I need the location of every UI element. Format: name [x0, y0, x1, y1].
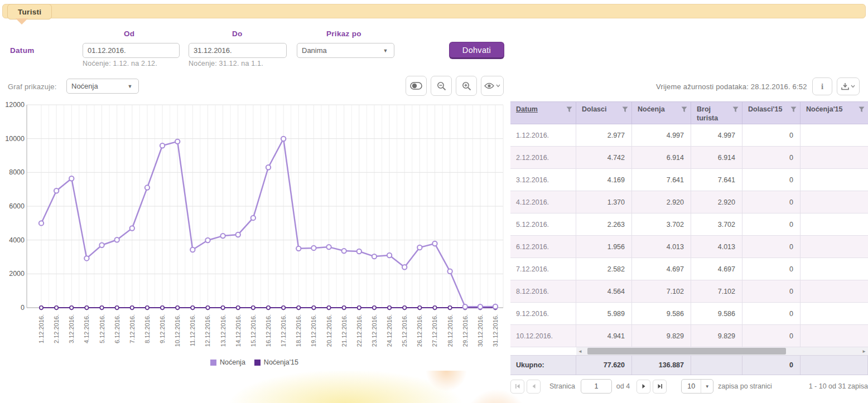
table-cell — [801, 147, 868, 168]
svg-text:12000: 12000 — [5, 101, 25, 109]
next-page-button[interactable] — [636, 380, 650, 394]
table-header-row: DatumDolasciNoćenjaBroj turistaDolasci'1… — [510, 101, 868, 124]
table-cell: 7.641 — [632, 169, 691, 191]
data-updated-label: Vrijeme ažurnosti podataka: 28.12.2016. … — [656, 82, 807, 91]
total-cell: 136.887 — [632, 356, 691, 375]
toggle-icon — [410, 82, 422, 90]
table-row[interactable]: 1.12.2016.2.9774.9974.9970 — [510, 124, 868, 147]
dropdown-arrow-icon: ▼ — [122, 79, 138, 93]
zoom-out-button[interactable] — [431, 76, 452, 96]
svg-text:22.12.2016.: 22.12.2016. — [356, 314, 363, 347]
table-row[interactable]: 5.12.2016.2.2633.7023.7020 — [510, 213, 868, 236]
filter-funnel-icon[interactable] — [566, 106, 572, 113]
table-cell: 0 — [742, 258, 801, 280]
prev-page-button[interactable] — [527, 380, 541, 394]
table-cell — [801, 325, 868, 347]
table-row[interactable]: 9.12.2016.5.9899.5869.5860 — [510, 303, 868, 325]
page-size-value: 10 — [682, 382, 701, 390]
total-cell: 0 — [742, 356, 801, 375]
date-from-field — [83, 43, 180, 58]
page-size-select[interactable]: 10 ▼ — [681, 379, 713, 394]
chart-canvas: 0200040006000800010000120001.12.2016.2.1… — [0, 100, 509, 375]
prikaz-po-select[interactable]: Danima ▼ — [297, 43, 394, 58]
table-cell: 0 — [742, 325, 801, 347]
table-cell: 2.977 — [576, 124, 632, 146]
table-cell: 9.586 — [691, 303, 742, 324]
table-row[interactable]: 3.12.2016.4.1697.6417.6410 — [510, 169, 868, 191]
svg-text:19.12.2016.: 19.12.2016. — [310, 314, 317, 347]
table-cell: 10.12.2016. — [510, 325, 576, 347]
svg-text:26.12.2016.: 26.12.2016. — [416, 314, 423, 347]
scrollbar-track[interactable] — [584, 347, 860, 355]
first-page-button[interactable] — [510, 380, 524, 394]
filter-funnel-icon[interactable] — [681, 106, 687, 113]
table-cell: 7.641 — [691, 169, 742, 191]
download-button[interactable] — [837, 77, 860, 95]
svg-text:24.12.2016.: 24.12.2016. — [386, 314, 393, 347]
column-header-1[interactable]: Datum — [510, 102, 576, 124]
dohvati-button[interactable]: Dohvati — [449, 42, 504, 59]
table-cell: 8.12.2016. — [510, 280, 576, 302]
column-header-4[interactable]: Broj turista — [691, 102, 742, 124]
svg-text:9.12.2016.: 9.12.2016. — [159, 314, 166, 343]
column-header-2[interactable]: Dolasci — [576, 102, 632, 124]
table-row[interactable]: 8.12.2016.4.5647.1027.1020 — [510, 280, 868, 303]
line-chart[interactable]: 0200040006000800010000120001.12.2016.2.1… — [0, 100, 509, 375]
prikaz-po-value: Danima — [297, 46, 377, 55]
filter-funnel-icon[interactable] — [622, 106, 628, 113]
column-header-5[interactable]: Dolasci'15 — [742, 102, 801, 124]
svg-text:27.12.2016.: 27.12.2016. — [431, 314, 438, 347]
page-number-input[interactable] — [581, 379, 612, 394]
filter-funnel-icon[interactable] — [790, 106, 797, 113]
filter-funnel-icon[interactable] — [732, 106, 739, 113]
table-cell: 7.102 — [691, 280, 742, 302]
horizontal-scrollbar[interactable]: ◄ ► — [576, 347, 868, 355]
table-cell: 4.997 — [691, 124, 742, 146]
legend-item: Noćenja — [210, 358, 245, 366]
legend-label: Noćenja'15 — [264, 358, 298, 366]
table-cell: 6.12.2016. — [510, 236, 576, 258]
svg-text:31.12.2016.: 31.12.2016. — [492, 314, 499, 347]
chart-toggle-button[interactable] — [406, 76, 427, 96]
column-header-label: Noćenja'15 — [806, 105, 843, 114]
column-header-6[interactable]: Noćenja'15 — [801, 102, 868, 124]
svg-text:11.12.2016.: 11.12.2016. — [189, 314, 196, 346]
svg-text:5.12.2016.: 5.12.2016. — [99, 314, 105, 343]
table-cell — [801, 213, 868, 235]
tab-turisti[interactable]: Turisti — [7, 4, 52, 20]
table-row[interactable]: 6.12.2016.1.9564.0134.0130 — [510, 236, 868, 258]
graf-prikazuje-select[interactable]: Noćenja ▼ — [66, 79, 139, 94]
table-row[interactable]: 2.12.2016.4.7426.9146.9140 — [510, 147, 868, 169]
table-row[interactable]: 10.12.2016.4.9419.8299.8290 — [510, 325, 868, 347]
svg-text:18.12.2016.: 18.12.2016. — [295, 314, 302, 347]
scrollbar-thumb[interactable] — [587, 348, 786, 355]
last-page-button[interactable] — [653, 380, 667, 394]
table-cell: 4.013 — [632, 236, 691, 258]
filter-funnel-icon[interactable] — [859, 106, 865, 113]
table-body: 1.12.2016.2.9774.9974.99702.12.2016.4.74… — [510, 124, 868, 347]
table-cell: 7.12.2016. — [510, 258, 576, 280]
info-button[interactable]: i — [812, 77, 832, 95]
table-row[interactable]: 7.12.2016.2.5824.6974.6970 — [510, 258, 868, 280]
scroll-right-icon[interactable]: ► — [860, 347, 868, 355]
svg-text:29.12.2016.: 29.12.2016. — [462, 314, 469, 347]
tab-pointer-icon — [16, 18, 28, 25]
table-cell: 4.697 — [691, 258, 742, 280]
table-cell: 0 — [742, 213, 801, 235]
column-header-3[interactable]: Noćenja — [632, 102, 691, 124]
svg-text:2.12.2016.: 2.12.2016. — [53, 314, 60, 343]
svg-text:28.12.2016.: 28.12.2016. — [447, 314, 454, 347]
svg-text:8.12.2016.: 8.12.2016. — [144, 314, 151, 343]
table-row[interactable]: 4.12.2016.1.3702.9202.9200 — [510, 191, 868, 213]
date-to-input[interactable] — [189, 43, 287, 57]
table-cell: 4.169 — [576, 169, 632, 191]
table-cell: 3.702 — [632, 213, 691, 235]
series-visibility-button[interactable] — [481, 76, 504, 96]
scroll-left-icon[interactable]: ◄ — [576, 347, 584, 355]
date-from-input[interactable] — [83, 43, 180, 57]
table-cell: 0 — [742, 280, 801, 302]
svg-text:23.12.2016.: 23.12.2016. — [371, 314, 378, 347]
table-cell: 0 — [742, 303, 801, 324]
do-label: Do — [232, 30, 243, 38]
zoom-in-button[interactable] — [456, 76, 477, 96]
